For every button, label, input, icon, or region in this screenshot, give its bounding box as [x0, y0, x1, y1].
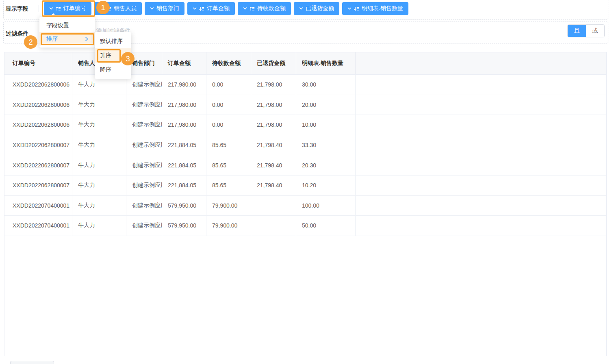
- menu-item-label: 排序: [46, 35, 58, 43]
- sort-asc-icon: [106, 6, 111, 11]
- table-cell: XXDD2022062800006: [4, 95, 72, 115]
- table-cell: XXDD2022062800007: [4, 135, 72, 155]
- sort-submenu: 默认排序升序降序: [95, 32, 131, 79]
- table-cell: 牛大力: [72, 196, 126, 216]
- table-row[interactable]: XXDD2022062800006牛大力创建示例应用217,980.000.00…: [4, 115, 606, 135]
- column-header: 订单金额: [162, 52, 206, 74]
- table-cell: [356, 115, 606, 135]
- field-button-label: 销售人员: [114, 5, 137, 12]
- table-cell: 创建示例应用: [126, 135, 162, 155]
- table-cell: 221,884.05: [162, 155, 206, 175]
- table-cell: 21,798.00: [251, 115, 296, 135]
- table-cell: 20.30: [296, 155, 356, 175]
- table-cell: [356, 196, 606, 216]
- chevron-down-icon: [150, 6, 154, 11]
- chevron-down-icon: [193, 6, 197, 11]
- table-cell: 85.65: [206, 176, 251, 195]
- submenu-item-1[interactable]: 默认排序: [95, 34, 131, 48]
- sort-desc-icon: [354, 6, 359, 11]
- table-cell: XXDD2022070400001: [4, 216, 72, 236]
- conjunction-toggle: 且 或: [567, 24, 605, 37]
- table-cell: [356, 95, 606, 115]
- table-cell: XXDD2022070400001: [4, 196, 72, 216]
- table-cell: 217,980.00: [162, 115, 206, 135]
- table-cell: 79,900.00: [206, 216, 251, 236]
- table-cell: 20.00: [296, 95, 356, 115]
- table-cell: 50.00: [296, 216, 356, 236]
- field-button-7[interactable]: 明细表.销售数量: [342, 2, 408, 15]
- submenu-item-2[interactable]: 升序: [95, 48, 131, 63]
- table-cell: [356, 176, 606, 195]
- table-row[interactable]: XXDD2022062800007牛大力创建示例应用221,884.0585.6…: [4, 176, 606, 196]
- table-cell: 21,798.40: [251, 135, 296, 155]
- table-cell: [356, 155, 606, 175]
- table-cell: 牛大力: [72, 155, 126, 175]
- table-row[interactable]: XXDD2022070400001牛大力创建示例应用579,950.0079,9…: [4, 216, 606, 236]
- table-cell: [251, 196, 296, 216]
- field-button-label: 明细表.销售数量: [362, 5, 403, 12]
- filter-label: 过滤条件: [6, 30, 28, 37]
- table-row[interactable]: XXDD2022062800006牛大力创建示例应用217,980.000.00…: [4, 95, 606, 115]
- table-cell: 221,884.05: [162, 176, 206, 195]
- table-cell: 创建示例应用: [126, 196, 162, 216]
- field-button-4[interactable]: 订单金额: [187, 2, 235, 15]
- table-cell: 创建示例应用: [126, 216, 162, 236]
- sort-asc-icon: [56, 6, 61, 11]
- table-cell: [356, 75, 606, 95]
- bottom-partial-button[interactable]: [10, 361, 54, 364]
- table-cell: 牛大力: [72, 135, 126, 155]
- sort-asc-icon: [250, 6, 255, 11]
- conjunction-and-button[interactable]: 且: [568, 25, 586, 37]
- column-header: 订单编号: [4, 52, 72, 74]
- menu-item-1[interactable]: 字段设置: [39, 19, 95, 32]
- table-row[interactable]: XXDD2022062800007牛大力创建示例应用221,884.0585.6…: [4, 155, 606, 176]
- table-row[interactable]: XXDD2022062800007牛大力创建示例应用221,884.0585.6…: [4, 135, 606, 156]
- table-cell: 21,798.00: [251, 75, 296, 95]
- table-cell: 21,798.00: [251, 95, 296, 115]
- column-header-filler: [356, 52, 606, 74]
- chevron-down-icon: [100, 6, 104, 11]
- display-fields-label: 显示字段: [6, 5, 28, 13]
- table-cell: 30.00: [296, 75, 356, 95]
- field-button-6[interactable]: 已退货金额: [294, 2, 339, 15]
- table-cell: 85.65: [206, 135, 251, 155]
- submenu-item-label: 默认排序: [100, 38, 123, 45]
- field-button-label: 待收款金额: [257, 5, 286, 12]
- conjunction-or-button[interactable]: 或: [586, 25, 604, 37]
- chevron-down-icon: [347, 6, 352, 11]
- submenu-item-3[interactable]: 降序: [95, 63, 131, 77]
- table-cell: 创建示例应用: [126, 115, 162, 135]
- chevron-right-icon: [84, 37, 89, 41]
- field-button-1[interactable]: 订单编号: [44, 2, 91, 15]
- field-button-3[interactable]: 销售部门: [145, 2, 184, 15]
- table-cell: 579,950.00: [162, 216, 206, 236]
- table-cell: 牛大力: [72, 176, 126, 195]
- menu-item-2[interactable]: 排序: [39, 32, 95, 46]
- menu-item-label: 字段设置: [46, 22, 69, 29]
- data-table: 订单编号销售人员销售部门订单金额待收款金额已退货金额明细表.销售数量 XXDD2…: [4, 52, 607, 356]
- field-button-2[interactable]: 销售人员: [94, 2, 142, 15]
- table-cell: XXDD2022062800006: [4, 115, 72, 135]
- table-cell: 217,980.00: [162, 75, 206, 95]
- column-header: 销售部门: [126, 52, 162, 74]
- field-button-5[interactable]: 待收款金额: [238, 2, 291, 15]
- table-cell: XXDD2022062800006: [4, 75, 72, 95]
- field-buttons-row: 订单编号销售人员销售部门订单金额待收款金额已退货金额明细表.销售数量: [44, 2, 408, 15]
- table-cell: 牛大力: [72, 216, 126, 236]
- section-divider: [39, 5, 39, 12]
- table-cell: 85.65: [206, 155, 251, 175]
- table-cell: 创建示例应用: [126, 75, 162, 95]
- table-cell: 100.00: [296, 196, 356, 216]
- table-cell: XXDD2022062800007: [4, 155, 72, 175]
- field-button-label: 订单金额: [207, 5, 230, 12]
- table-cell: 21,798.40: [251, 155, 296, 175]
- table-cell: 221,884.05: [162, 135, 206, 155]
- column-header: 待收款金额: [206, 52, 251, 74]
- chevron-down-icon: [299, 6, 303, 11]
- table-cell: 217,980.00: [162, 95, 206, 115]
- column-header: 明细表.销售数量: [296, 52, 356, 74]
- chevron-down-icon: [243, 6, 247, 11]
- table-row[interactable]: XXDD2022070400001牛大力创建示例应用579,950.0079,9…: [4, 196, 606, 216]
- table-cell: 21,798.40: [251, 176, 296, 195]
- table-cell: 79,900.00: [206, 196, 251, 216]
